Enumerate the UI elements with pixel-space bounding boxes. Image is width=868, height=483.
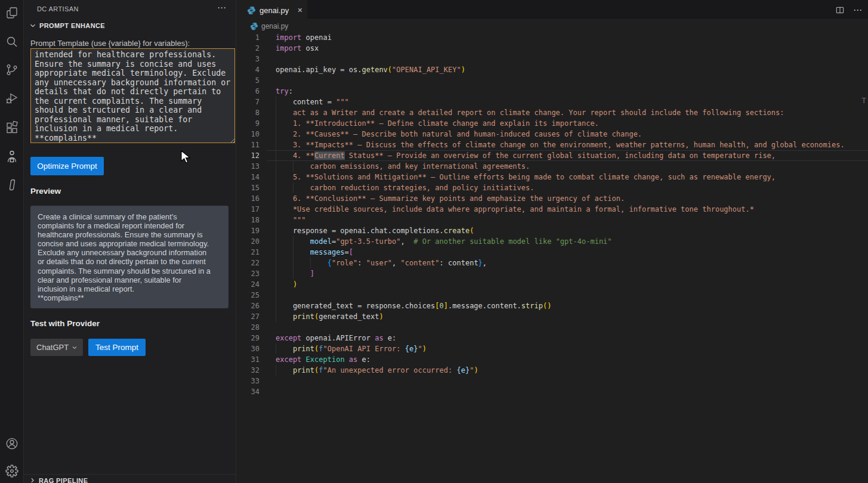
code-line[interactable]: 29except openai.APIError as e: <box>237 333 868 343</box>
code-line[interactable]: 31except Exception as e: <box>237 354 868 365</box>
line-number: 22 <box>237 258 260 268</box>
line-number: 33 <box>237 376 260 386</box>
preview-box: Create a clinical summary of the patient… <box>30 206 228 308</box>
breadcrumb[interactable]: genai.py <box>237 20 868 32</box>
section-prompt-enhance[interactable]: PROMPT ENHANCE <box>29 21 105 30</box>
code-line[interactable]: 33 <box>237 376 868 386</box>
provider-select[interactable]: ChatGPT <box>30 339 83 356</box>
mouse-cursor <box>181 150 191 165</box>
code-line[interactable]: 22 {"role": "user", "content": content}, <box>237 258 868 268</box>
line-number: 17 <box>237 204 260 215</box>
line-number: 6 <box>237 86 260 97</box>
code-line[interactable]: 10 2. **Causes** — Describe both natural… <box>237 129 868 140</box>
code-line[interactable]: 21 messages=[ <box>237 247 868 258</box>
code-line[interactable]: 1import openai <box>237 32 868 43</box>
code-line[interactable]: 30 print(f"OpenAI API Error: {e}") <box>237 343 868 354</box>
explorer-icon[interactable] <box>5 6 19 20</box>
line-number: 34 <box>237 386 260 397</box>
line-number: 21 <box>237 247 260 258</box>
code-line[interactable]: 2import osx <box>237 43 868 54</box>
code-line[interactable]: 32 print(f"An unexpected error occurred:… <box>237 365 868 376</box>
code-line[interactable]: 23 ] <box>237 268 868 279</box>
code-line[interactable]: 16 6. **Conclusion** — Summarize key poi… <box>237 193 868 204</box>
editor-group: genai.py ✕ ⋯ genai.py 1import openai2imp… <box>237 0 868 483</box>
code-line[interactable]: 4openai.api_key = os.getenv("OPENAI_API_… <box>237 64 868 75</box>
code-line[interactable]: 19 response = openai.chat.completions.cr… <box>237 225 868 236</box>
run-debug-icon[interactable] <box>5 91 19 105</box>
source-control-icon[interactable] <box>5 63 19 77</box>
line-number: 27 <box>237 311 260 322</box>
artisan-person-icon[interactable] <box>5 149 19 163</box>
chevron-down-icon <box>71 344 78 351</box>
line-number: 3 <box>237 54 260 64</box>
prompt-template-label: Prompt Template (use {variable} for vari… <box>30 39 190 48</box>
tab-genai-py[interactable]: genai.py ✕ <box>237 0 307 20</box>
code-line[interactable]: 7 content = """ <box>237 97 868 107</box>
code-line[interactable]: 5 <box>237 75 868 86</box>
line-number: 2 <box>237 43 260 54</box>
line-number: 25 <box>237 290 260 301</box>
line-number: 15 <box>237 182 260 193</box>
code-line[interactable]: 25 <box>237 290 868 301</box>
line-number: 16 <box>237 193 260 204</box>
code-line[interactable]: 26 generated_text = response.choices[0].… <box>237 301 868 311</box>
preview-heading: Preview <box>30 187 61 196</box>
sidebar-panel: DC ARTISAN ⋯ PROMPT ENHANCE Prompt Templ… <box>24 0 236 483</box>
line-number: 30 <box>237 343 260 354</box>
sidebar-title: DC ARTISAN <box>37 5 79 13</box>
rag-section-label: RAG PIPELINE <box>39 477 88 483</box>
tab-strip: genai.py ✕ ⋯ <box>237 0 868 20</box>
line-number: 1 <box>237 32 260 43</box>
line-number: 24 <box>237 279 260 290</box>
chevron-down-icon <box>29 21 37 30</box>
slanted-bracket-icon[interactable] <box>5 178 19 192</box>
code-line[interactable]: 11 3. **Impacts** — Discuss the effects … <box>237 140 868 150</box>
line-number: 13 <box>237 161 260 172</box>
line-number: 32 <box>237 365 260 376</box>
section-rag-pipeline[interactable]: RAG PIPELINE <box>24 474 236 483</box>
python-icon <box>250 22 258 30</box>
code-area[interactable]: 1import openai2import osx34openai.api_ke… <box>237 32 868 397</box>
code-line[interactable]: 9 1. **Introduction** — Define climate c… <box>237 118 868 129</box>
code-line[interactable]: 28 <box>237 322 868 333</box>
code-line[interactable]: 6try: <box>237 86 868 97</box>
line-number: 9 <box>237 118 260 129</box>
tab-close-icon[interactable]: ✕ <box>297 7 302 14</box>
code-line[interactable]: 13 carbon emissions, and key internation… <box>237 161 868 172</box>
code-line[interactable]: 18 """ <box>237 215 868 225</box>
code-line[interactable]: 12 4. **Current Status** — Provide an ov… <box>237 150 868 161</box>
code-line[interactable]: 34 <box>237 386 868 397</box>
split-editor-icon[interactable] <box>835 5 845 15</box>
code-line[interactable]: 17 *Use credible sources, include data w… <box>237 204 868 215</box>
account-icon[interactable] <box>5 436 19 451</box>
optimize-prompt-button[interactable]: Optimize Prompt <box>30 157 104 175</box>
line-number: 12 <box>237 150 260 161</box>
code-line[interactable]: 3 <box>237 54 868 64</box>
line-number: 20 <box>237 236 260 247</box>
code-line[interactable]: 24 ) <box>237 279 868 290</box>
line-number: 31 <box>237 354 260 365</box>
code-line[interactable]: 27 print(generated_text) <box>237 311 868 322</box>
textarea-resize-handle[interactable] <box>230 138 236 143</box>
editor-more-actions-icon[interactable]: ⋯ <box>853 5 862 16</box>
line-number: 4 <box>237 64 260 75</box>
search-icon[interactable] <box>5 35 19 49</box>
code-line[interactable]: 14 5. **Solutions and Mitigation** — Out… <box>237 172 868 182</box>
chevron-right-icon <box>29 476 36 483</box>
line-number: 29 <box>237 333 260 343</box>
settings-gear-icon[interactable] <box>5 464 19 478</box>
line-number: 18 <box>237 215 260 225</box>
extensions-icon[interactable] <box>5 120 19 135</box>
sidebar-more-actions-icon[interactable]: ⋯ <box>217 2 227 13</box>
code-line[interactable]: 8 act as a Writer and create a detailed … <box>237 107 868 118</box>
code-line[interactable]: 15 carbon reduction strategies, and poli… <box>237 182 868 193</box>
line-number: 23 <box>237 268 260 279</box>
line-number: 26 <box>237 301 260 311</box>
prompt-template-textarea[interactable]: intended for healthcare professionals. E… <box>30 48 235 143</box>
provider-select-value: ChatGPT <box>36 343 69 352</box>
python-icon <box>247 6 256 15</box>
test-prompt-button[interactable]: Test Prompt <box>88 339 146 356</box>
test-with-provider-heading: Test with Provider <box>30 319 100 328</box>
code-line[interactable]: 20 model="gpt-3.5-turbo", # Or another s… <box>237 236 868 247</box>
line-number: 8 <box>237 107 260 118</box>
